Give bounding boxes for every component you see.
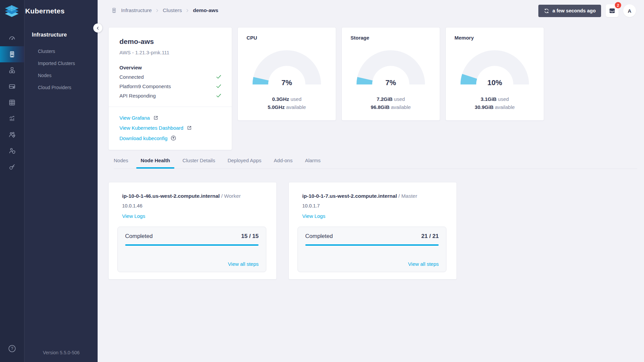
node-role: / Worker [220, 193, 241, 199]
steps-status: Completed [125, 233, 153, 240]
progress-track [125, 244, 259, 246]
breadcrumb-separator-icon [185, 9, 189, 12]
view-logs-link[interactable]: View Logs [122, 213, 145, 219]
version-label: Version 5.5.0-506 [24, 350, 98, 355]
download-kubeconfig-link[interactable]: Download kubeconfig [119, 135, 221, 141]
node-health-row: ip-10-0-1-46.us-west-2.compute.internal … [108, 182, 457, 280]
sidebar-collapse-button[interactable] [93, 23, 102, 33]
hostname: ip-10-0-1-7.us-west-2.compute.internal [302, 193, 397, 199]
check-row-connected: Connected [119, 74, 222, 80]
view-kubernetes-dashboard-link[interactable]: View Kubernetes Dashboard [119, 125, 221, 131]
tab-add-ons[interactable]: Add-ons [274, 158, 292, 163]
storage-icon[interactable] [0, 78, 24, 95]
tab-node-health[interactable]: Node Health [141, 158, 170, 163]
gauge-stats: 3.1GiB used 30.9GiB available [446, 95, 544, 111]
topbar: Infrastructure Clusters demo-aws a few s… [98, 0, 644, 17]
sidebar-item-imported-clusters[interactable]: Imported Clusters [24, 57, 98, 69]
external-link-icon [186, 125, 192, 131]
view-all-steps-link[interactable]: View all steps [408, 261, 439, 267]
top-actions: a few seconds ago 2 A [538, 4, 636, 17]
breadcrumb: Infrastructure Clusters demo-aws [111, 7, 218, 14]
access-control-icon[interactable] [0, 143, 24, 159]
used-label: used [496, 96, 509, 102]
sidebar-item-cloud-providers[interactable]: Cloud Providers [24, 81, 98, 94]
check-icon [216, 93, 222, 99]
tenants-icon[interactable] [0, 127, 24, 143]
check-label: API Responding [119, 93, 156, 99]
gauge-stats: 0.3GHz used 5.0GHz available [238, 95, 336, 111]
gauge-percent: 7% [355, 78, 427, 87]
used-label: used [289, 96, 302, 102]
available-label: available [389, 104, 411, 110]
available-label: available [285, 104, 306, 110]
icon-rail: ? [0, 0, 24, 362]
gauge-title: CPU [247, 35, 336, 41]
storage-card: Storage 7% 7.2GiB used 96.8GiB available [341, 27, 440, 121]
notifications-button[interactable]: 2 [606, 4, 619, 17]
breadcrumb-separator-icon [155, 9, 159, 12]
notification-badge: 2 [615, 2, 621, 8]
chevron-left-icon [96, 26, 100, 30]
gauge-percent: 10% [459, 78, 531, 87]
gauge-title: Memory [454, 35, 544, 41]
tab-nodes[interactable]: Nodes [114, 158, 128, 163]
link-label: Download kubeconfig [119, 135, 167, 141]
view-grafana-link[interactable]: View Grafana [119, 115, 221, 121]
svg-text:?: ? [11, 346, 13, 351]
check-row-platform9-components: Platform9 Components [119, 83, 222, 89]
app-catalog-icon[interactable] [0, 62, 24, 78]
steps-panel: Completed 21 / 21 View all steps [298, 227, 446, 272]
check-icon [216, 74, 222, 80]
refresh-label: a few seconds ago [552, 8, 596, 13]
cluster-name: demo-aws [119, 38, 222, 46]
refresh-button[interactable]: a few seconds ago [538, 5, 601, 17]
gauge-percent: 7% [251, 78, 323, 87]
steps-status: Completed [305, 233, 333, 240]
node-ip: 10.0.1.7 [302, 203, 446, 208]
sidebar-item-clusters[interactable]: Clusters [24, 45, 98, 57]
available-label: available [493, 104, 515, 110]
tab-alarms[interactable]: Alarms [305, 158, 321, 163]
inbox-icon [608, 7, 616, 14]
monitoring-icon[interactable] [0, 111, 24, 127]
used-value: 7.2GiB [377, 96, 393, 102]
hostname: ip-10-0-1-46.us-west-2.compute.internal [122, 193, 220, 199]
tab-deployed-apps[interactable]: Deployed Apps [227, 158, 261, 163]
help-icon[interactable]: ? [0, 341, 24, 357]
available-value: 96.8GiB [371, 104, 389, 110]
used-value: 0.3GHz [272, 96, 289, 102]
summary-row: demo-aws AWS - 1.21.3-pmk.111 Overview C… [108, 27, 544, 150]
upload-circle-icon [170, 135, 176, 141]
sidebar-item-nodes[interactable]: Nodes [24, 69, 98, 81]
refresh-icon [544, 8, 549, 14]
available-value: 5.0GHz [268, 104, 285, 110]
view-all-steps-link[interactable]: View all steps [228, 261, 259, 267]
link-label: View Kubernetes Dashboard [119, 125, 183, 131]
brand: Kubernetes [0, 0, 98, 22]
app-title: Kubernetes [25, 7, 65, 15]
tab-cluster-details[interactable]: Cluster Details [182, 158, 215, 163]
api-access-icon[interactable] [0, 159, 24, 175]
breadcrumb-clusters[interactable]: Clusters [163, 7, 182, 13]
cluster-tabs: Nodes Node Health Cluster Details Deploy… [114, 158, 637, 169]
gauge-stats: 7.2GiB used 96.8GiB available [342, 95, 440, 111]
breadcrumb-current: demo-aws [193, 7, 218, 13]
main-content: Infrastructure Clusters demo-aws a few s… [98, 0, 644, 362]
breadcrumb-infrastructure[interactable]: Infrastructure [121, 7, 152, 13]
check-row-api-responding: API Responding [119, 93, 222, 99]
avatar[interactable]: A [623, 4, 636, 17]
infrastructure-icon[interactable] [0, 46, 24, 62]
cluster-info-card: demo-aws AWS - 1.21.3-pmk.111 Overview C… [108, 27, 232, 150]
steps-panel: Completed 15 / 15 View all steps [117, 227, 266, 272]
progress-bar [125, 244, 259, 246]
cpu-card: CPU 7% 0.3GHz used 5.0GHz available [237, 27, 336, 121]
building-icon [111, 7, 117, 14]
used-value: 3.1GiB [481, 96, 497, 102]
steps-count: 15 / 15 [241, 233, 259, 240]
view-logs-link[interactable]: View Logs [302, 213, 325, 219]
apps-icon[interactable] [0, 95, 24, 111]
kubernetes-logo-icon [4, 4, 20, 18]
dashboard-icon[interactable] [0, 30, 24, 46]
check-icon [216, 83, 222, 89]
memory-card: Memory 10% 3.1GiB used 30.9GiB available [445, 27, 544, 121]
